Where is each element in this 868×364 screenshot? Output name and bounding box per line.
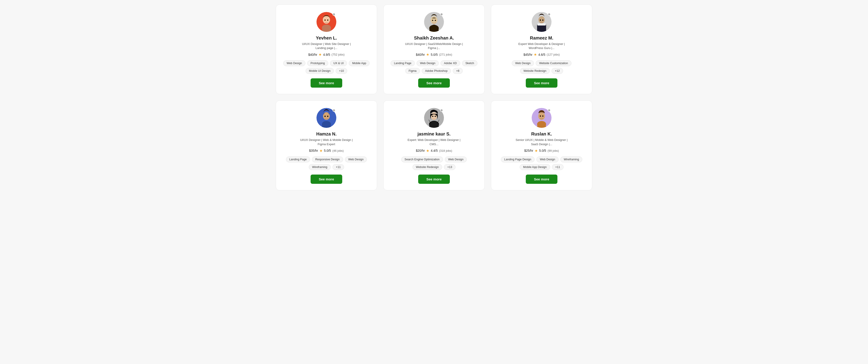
- avatar-wrap-rameez: [532, 12, 552, 32]
- rating-val-ruslan: 5.0/5: [539, 149, 546, 153]
- rating-val-yevhen: 4.9/5: [323, 53, 330, 57]
- tags-shaikh: Landing PageWeb DesignAdobe XDSketchFigm…: [390, 60, 478, 74]
- avatar-wrap-yevhen: [316, 12, 336, 32]
- rating-val-shaikh: 5.0/5: [431, 53, 438, 57]
- see-more-button-rameez[interactable]: See more: [526, 78, 557, 88]
- tags-ruslan: Landing Page DesignWeb DesignWireframing…: [498, 157, 586, 170]
- svg-rect-17: [537, 23, 546, 26]
- tag: Website Redesign: [412, 164, 442, 170]
- rating-row-hamza: $35/hr ★ 5.0/5 (46 jobs): [309, 148, 344, 153]
- freelancer-title-shaikh: UI/UX Designer | SaaS/Web/Mobile Design …: [405, 42, 463, 50]
- jobs-count-ruslan: (99 jobs): [548, 149, 559, 153]
- see-more-button-jasmine[interactable]: See more: [418, 174, 450, 184]
- freelancer-card-shaikh: Shaikh Zeeshan A. UI/UX Designer | SaaS/…: [383, 4, 485, 94]
- tag: Sketch: [462, 60, 477, 66]
- tags-yevhen: Web DesignPrototypingUX & UIMobile AppMo…: [282, 60, 370, 74]
- avatar-wrap-jasmine: [424, 108, 444, 128]
- freelancer-title-jasmine: Expert: Web Developer | Web Designer | C…: [405, 138, 463, 146]
- tag: Web Design: [445, 157, 467, 162]
- svg-point-24: [431, 112, 437, 120]
- rating-row-rameez: $45/hr ★ 4.6/5 (127 jobs): [524, 53, 560, 57]
- freelancer-name-rameez: Rameez M.: [530, 35, 553, 41]
- svg-point-7: [431, 16, 437, 24]
- freelancer-name-ruslan: Ruslan K.: [531, 131, 552, 137]
- see-more-button-shaikh[interactable]: See more: [418, 78, 450, 88]
- rating-val-jasmine: 4.4/5: [431, 149, 438, 153]
- status-dot-rameez: [548, 13, 551, 16]
- tag: Mobile UI Design: [306, 68, 334, 74]
- svg-point-15: [542, 20, 544, 21]
- freelancer-card-jasmine: jasmine kaur S. Expert: Web Developer | …: [383, 100, 485, 190]
- tag: Adobe XD: [440, 60, 460, 66]
- tags-jasmine: Search Engine OptimizationWeb DesignWebs…: [390, 157, 478, 170]
- avatar-wrap-shaikh: [424, 12, 444, 32]
- star-icon-ruslan: ★: [535, 148, 538, 153]
- freelancer-card-rameez: Rameez M. Expert Web Developer & Designe…: [491, 4, 592, 94]
- tags-hamza: Landing PageResponsive DesignWeb DesignW…: [282, 157, 370, 170]
- star-icon-yevhen: ★: [318, 53, 322, 57]
- freelancer-grid: Yevhen L. UI/UX Designer | Web Site Desi…: [276, 4, 592, 190]
- rate-shaikh: $40/hr: [416, 53, 425, 57]
- tag: Mobile App: [349, 60, 370, 66]
- svg-rect-16: [537, 25, 546, 32]
- tag: Search Engine Optimization: [401, 157, 443, 162]
- tag: Wireframing: [309, 164, 331, 170]
- tag: Landing Page: [286, 157, 310, 162]
- tag: +11: [552, 164, 563, 170]
- svg-point-14: [540, 20, 541, 21]
- tag: UX & UI: [330, 60, 347, 66]
- tag: Landing Page: [391, 60, 415, 66]
- freelancer-card-yevhen: Yevhen L. UI/UX Designer | Web Site Desi…: [276, 4, 377, 94]
- tag: +13: [444, 164, 456, 170]
- freelancer-name-hamza: Hamza N.: [316, 131, 337, 137]
- svg-point-30: [540, 115, 541, 117]
- tag: Figma: [405, 68, 420, 74]
- jobs-count-jasmine: (318 jobs): [439, 149, 452, 153]
- svg-point-31: [542, 115, 544, 117]
- star-icon-hamza: ★: [319, 148, 322, 153]
- tag: Web Design: [512, 60, 534, 66]
- tag: Adobe Photoshop: [422, 68, 451, 74]
- see-more-button-ruslan[interactable]: See more: [526, 174, 557, 184]
- rate-jasmine: $20/hr: [416, 149, 425, 153]
- tag: Mobile App Design: [520, 164, 550, 170]
- status-dot-ruslan: [548, 109, 551, 112]
- jobs-count-hamza: (46 jobs): [332, 149, 344, 153]
- tag: Website Customization: [536, 60, 571, 66]
- svg-point-20: [324, 115, 326, 117]
- rating-row-ruslan: $25/hr ★ 5.0/5 (99 jobs): [524, 148, 559, 153]
- freelancer-name-yevhen: Yevhen L.: [316, 35, 337, 41]
- tag: +8: [453, 68, 463, 74]
- see-more-button-yevhen[interactable]: See more: [311, 78, 342, 88]
- svg-point-26: [435, 115, 436, 117]
- rating-row-shaikh: $40/hr ★ 5.0/5 (271 jobs): [416, 53, 452, 57]
- tag: +11: [333, 164, 344, 170]
- status-dot-yevhen: [333, 13, 336, 16]
- tag: Web Design: [536, 157, 559, 162]
- tag: Prototyping: [307, 60, 328, 66]
- status-dot-jasmine: [440, 109, 443, 112]
- freelancer-name-jasmine: jasmine kaur S.: [417, 131, 451, 137]
- freelancer-title-yevhen: UI/UX Designer | Web Site Designer | Lan…: [297, 42, 356, 50]
- rating-row-jasmine: $20/hr ★ 4.4/5 (318 jobs): [416, 148, 452, 153]
- jobs-count-shaikh: (271 jobs): [439, 53, 452, 56]
- tag: Web Design: [345, 157, 367, 162]
- tag: Responsive Design: [312, 157, 343, 162]
- rating-row-yevhen: $40/hr ★ 4.9/5 (752 jobs): [308, 53, 345, 57]
- star-icon-rameez: ★: [534, 53, 537, 57]
- see-more-button-hamza[interactable]: See more: [311, 174, 342, 184]
- avatar-wrap-ruslan: [532, 108, 552, 128]
- freelancer-title-rameez: Expert Web Developer & Designer | WordPr…: [512, 42, 571, 50]
- rating-val-hamza: 5.0/5: [324, 149, 331, 153]
- svg-point-4: [327, 20, 329, 21]
- jobs-count-rameez: (127 jobs): [547, 53, 560, 56]
- rate-rameez: $45/hr: [524, 53, 532, 57]
- freelancer-card-hamza: Hamza N. UI/UX Designer | Web & Mobile D…: [276, 100, 377, 190]
- svg-point-19: [323, 112, 330, 120]
- avatar-wrap-hamza: [316, 108, 336, 128]
- svg-point-21: [327, 115, 329, 117]
- svg-point-25: [432, 115, 433, 117]
- tags-rameez: Web DesignWebsite CustomizationWebsite R…: [498, 60, 586, 74]
- svg-point-13: [538, 16, 545, 24]
- tag: +12: [552, 68, 563, 74]
